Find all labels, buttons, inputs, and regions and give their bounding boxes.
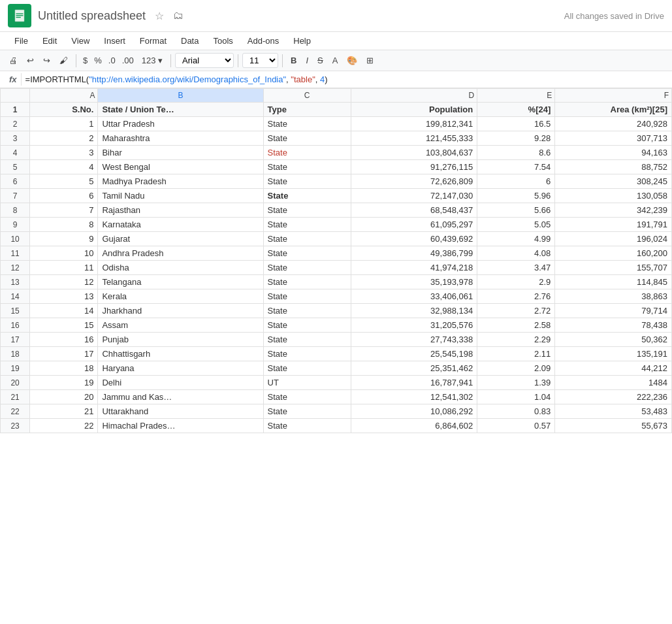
cell-d[interactable]: 25,545,198 [351, 347, 477, 361]
cell-a[interactable]: 7 [30, 203, 98, 218]
cell-e[interactable]: 4.08 [477, 246, 555, 261]
cell-b[interactable]: Odisha [98, 261, 263, 275]
strikethrough-button[interactable]: S [313, 53, 327, 68]
cell-f[interactable]: 55,673 [555, 419, 672, 433]
cell-a[interactable]: 6 [30, 189, 98, 203]
menu-insert[interactable]: Insert [97, 33, 132, 48]
cell-d[interactable]: 35,193,978 [351, 275, 477, 289]
paint-format-button[interactable]: 🖌 [56, 53, 72, 68]
cell-c[interactable]: State [263, 419, 351, 433]
font-selector[interactable]: Arial [175, 53, 234, 68]
cell-b1[interactable]: State / Union Te… [98, 103, 263, 117]
menu-data[interactable]: Data [174, 33, 205, 48]
cell-e[interactable]: 5.05 [477, 218, 555, 232]
cell-d[interactable]: 6,864,602 [351, 419, 477, 433]
cell-a[interactable]: 16 [30, 333, 98, 347]
cell-a[interactable]: 11 [30, 261, 98, 275]
cell-c[interactable]: UT [263, 376, 351, 390]
cell-a[interactable]: 2 [30, 131, 98, 146]
cell-e[interactable]: 8.6 [477, 146, 555, 160]
cell-f[interactable]: 1484 [555, 376, 672, 390]
cell-d[interactable]: 41,974,218 [351, 261, 477, 275]
cell-b[interactable]: Punjab [98, 333, 263, 347]
cell-a[interactable]: 14 [30, 304, 98, 318]
cell-f[interactable]: 44,212 [555, 361, 672, 376]
cell-c[interactable]: State [263, 390, 351, 404]
cell-b[interactable]: Jammu and Kas… [98, 390, 263, 404]
fill-color-button[interactable]: 🎨 [343, 53, 361, 68]
cell-a[interactable]: 18 [30, 361, 98, 376]
cell-e[interactable]: 6 [477, 174, 555, 189]
cell-f[interactable]: 307,713 [555, 131, 672, 146]
cell-e1[interactable]: %[24] [477, 103, 555, 117]
cell-c[interactable]: State [263, 189, 351, 203]
cell-e[interactable]: 2.9 [477, 275, 555, 289]
cell-a[interactable]: 9 [30, 232, 98, 246]
cell-e[interactable]: 2.72 [477, 304, 555, 318]
cell-d[interactable]: 27,743,338 [351, 333, 477, 347]
print-button[interactable]: 🖨 [5, 53, 22, 68]
cell-d[interactable]: 72,626,809 [351, 174, 477, 189]
cell-f[interactable]: 155,707 [555, 261, 672, 275]
col-header-d[interactable]: D [351, 89, 477, 103]
cell-c[interactable]: State [263, 261, 351, 275]
cell-a[interactable]: 22 [30, 419, 98, 433]
redo-button[interactable]: ↪ [39, 53, 54, 68]
cell-a[interactable]: 17 [30, 347, 98, 361]
cell-d[interactable]: 10,086,292 [351, 404, 477, 419]
cell-e[interactable]: 4.99 [477, 232, 555, 246]
cell-b[interactable]: Karnataka [98, 218, 263, 232]
cell-b[interactable]: Haryana [98, 361, 263, 376]
cell-a[interactable]: 21 [30, 404, 98, 419]
cell-b[interactable]: Rajasthan [98, 203, 263, 218]
cell-c[interactable]: State [263, 131, 351, 146]
menu-file[interactable]: File [8, 33, 35, 48]
cell-e[interactable]: 7.54 [477, 160, 555, 174]
cell-b[interactable]: Maharashtra [98, 131, 263, 146]
cell-e[interactable]: 5.66 [477, 203, 555, 218]
cell-b[interactable]: Himachal Prades… [98, 419, 263, 433]
font-color-button[interactable]: A [328, 53, 342, 68]
cell-b[interactable]: Telangana [98, 275, 263, 289]
cell-e[interactable]: 5.96 [477, 189, 555, 203]
cell-f[interactable]: 308,245 [555, 174, 672, 189]
cell-e[interactable]: 9.28 [477, 131, 555, 146]
cell-f1[interactable]: Area (km²)[25] [555, 103, 672, 117]
cell-c[interactable]: State [263, 275, 351, 289]
cell-f[interactable]: 342,239 [555, 203, 672, 218]
cell-f[interactable]: 191,791 [555, 218, 672, 232]
menu-edit[interactable]: Edit [36, 33, 63, 48]
cell-a[interactable]: 3 [30, 146, 98, 160]
cell-e[interactable]: 2.29 [477, 333, 555, 347]
cell-f[interactable]: 130,058 [555, 189, 672, 203]
cell-b[interactable]: Uttarakhand [98, 404, 263, 419]
col-header-f[interactable]: F [555, 89, 672, 103]
cell-b[interactable]: West Bengal [98, 160, 263, 174]
cell-b[interactable]: Assam [98, 318, 263, 333]
cell-f[interactable]: 38,863 [555, 289, 672, 304]
cell-f[interactable]: 50,362 [555, 333, 672, 347]
cell-e[interactable]: 3.47 [477, 261, 555, 275]
star-icon[interactable]: ☆ [155, 10, 164, 22]
cell-e[interactable]: 0.83 [477, 404, 555, 419]
cell-a1[interactable]: S.No. [30, 103, 98, 117]
cell-c[interactable]: State [263, 246, 351, 261]
cell-d[interactable]: 61,095,297 [351, 218, 477, 232]
cell-c[interactable]: State [263, 361, 351, 376]
cell-c[interactable]: State [263, 289, 351, 304]
cell-f[interactable]: 160,200 [555, 246, 672, 261]
cell-d[interactable]: 68,548,437 [351, 203, 477, 218]
cell-d[interactable]: 16,787,941 [351, 376, 477, 390]
cell-d1[interactable]: Population [351, 103, 477, 117]
cell-e[interactable]: 1.39 [477, 376, 555, 390]
cell-a[interactable]: 13 [30, 289, 98, 304]
undo-button[interactable]: ↩ [23, 53, 38, 68]
cell-f[interactable]: 114,845 [555, 275, 672, 289]
cell-d[interactable]: 103,804,637 [351, 146, 477, 160]
cell-a[interactable]: 10 [30, 246, 98, 261]
cell-d[interactable]: 33,406,061 [351, 289, 477, 304]
menu-view[interactable]: View [65, 33, 96, 48]
cell-b[interactable]: Chhattisgarh [98, 347, 263, 361]
cell-b[interactable]: Kerala [98, 289, 263, 304]
cell-f[interactable]: 88,752 [555, 160, 672, 174]
